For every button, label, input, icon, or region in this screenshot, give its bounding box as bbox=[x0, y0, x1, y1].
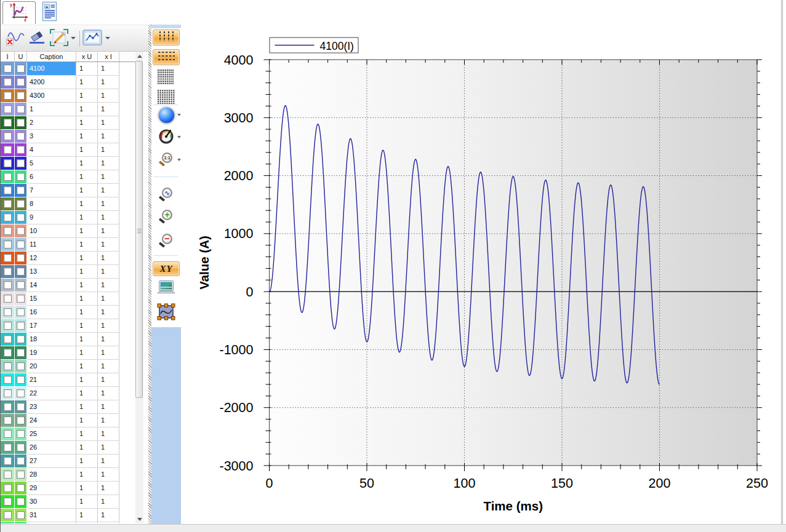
zoom-fit-curve-button[interactable]: ∿ bbox=[153, 186, 180, 204]
signal-xu-value[interactable]: 1 bbox=[76, 62, 98, 76]
signal-u-checkbox[interactable] bbox=[17, 511, 25, 519]
signal-color-cell-i[interactable] bbox=[1, 197, 14, 210]
scroll-down-button[interactable] bbox=[135, 515, 143, 523]
signal-caption[interactable]: 8 bbox=[27, 197, 76, 211]
signal-xi-value[interactable]: 1 bbox=[98, 62, 119, 76]
signal-xu-value[interactable]: 1 bbox=[76, 184, 98, 197]
signal-color-cell-i[interactable] bbox=[1, 373, 14, 386]
table-row[interactable]: 1111 bbox=[1, 238, 124, 252]
table-row[interactable]: 111 bbox=[1, 103, 124, 116]
table-row[interactable]: 3111 bbox=[1, 509, 124, 522]
edit-curve-dropdown-arrow[interactable] bbox=[71, 37, 76, 39]
signal-caption[interactable]: 29 bbox=[27, 482, 76, 495]
signal-xi-value[interactable]: 1 bbox=[98, 522, 119, 523]
signal-u-checkbox[interactable] bbox=[17, 119, 25, 127]
vertical-grid-toggle[interactable] bbox=[153, 30, 180, 46]
signal-color-cell-i[interactable] bbox=[1, 157, 14, 170]
signal-i-checkbox[interactable] bbox=[4, 281, 12, 289]
signal-color-cell-i[interactable] bbox=[1, 387, 14, 400]
signal-color-cell-i[interactable] bbox=[1, 238, 14, 251]
signal-color-cell-i[interactable] bbox=[1, 292, 14, 305]
chart-style-button[interactable] bbox=[82, 30, 102, 48]
signal-xu-value[interactable]: 1 bbox=[76, 509, 98, 522]
signal-caption[interactable]: 20 bbox=[27, 360, 76, 373]
chart-legend[interactable]: 4100(I) bbox=[270, 38, 358, 53]
signal-i-checkbox[interactable] bbox=[4, 240, 12, 248]
signal-xi-value[interactable]: 1 bbox=[98, 427, 119, 441]
signal-u-checkbox[interactable] bbox=[17, 281, 25, 289]
signal-xi-value[interactable]: 1 bbox=[98, 346, 119, 360]
signal-color-cell-i[interactable] bbox=[1, 482, 14, 494]
signal-color-cell-i[interactable] bbox=[1, 116, 14, 129]
signal-u-checkbox[interactable] bbox=[17, 295, 25, 303]
signal-u-checkbox[interactable] bbox=[17, 92, 25, 100]
table-row[interactable]: 420011 bbox=[1, 76, 124, 89]
signal-xi-value[interactable]: 1 bbox=[98, 414, 119, 427]
signal-xu-value[interactable]: 1 bbox=[76, 116, 98, 130]
table-row[interactable]: 611 bbox=[1, 170, 124, 184]
signal-u-checkbox[interactable] bbox=[17, 78, 25, 86]
signal-xi-value[interactable]: 1 bbox=[98, 157, 119, 170]
signal-i-checkbox[interactable] bbox=[4, 159, 12, 167]
signal-u-checkbox[interactable] bbox=[17, 349, 25, 357]
signal-caption[interactable]: 2 bbox=[27, 116, 76, 130]
signal-color-cell-i[interactable] bbox=[1, 441, 14, 454]
signal-xu-value[interactable]: 1 bbox=[76, 76, 98, 89]
table-row[interactable]: 1511 bbox=[1, 292, 124, 306]
signal-xu-value[interactable]: 1 bbox=[76, 130, 98, 143]
signal-xu-value[interactable]: 1 bbox=[76, 238, 98, 252]
table-row[interactable]: 1611 bbox=[1, 306, 124, 319]
column-header-caption[interactable]: Caption bbox=[27, 52, 76, 62]
signal-caption[interactable]: 28 bbox=[27, 468, 76, 482]
erase-button[interactable] bbox=[27, 30, 47, 48]
signal-color-cell-u[interactable] bbox=[15, 482, 26, 494]
signal-xi-value[interactable]: 1 bbox=[98, 76, 119, 89]
signal-u-checkbox[interactable] bbox=[17, 254, 25, 262]
table-row[interactable]: 811 bbox=[1, 197, 124, 211]
table-vertical-scrollbar[interactable] bbox=[135, 52, 143, 523]
signal-color-cell-i[interactable] bbox=[1, 184, 14, 197]
signal-color-cell-i[interactable] bbox=[1, 224, 14, 237]
signal-i-checkbox[interactable] bbox=[4, 105, 12, 113]
signal-xu-value[interactable]: 1 bbox=[76, 455, 98, 468]
signal-color-cell-u[interactable] bbox=[15, 184, 26, 197]
signal-u-checkbox[interactable] bbox=[17, 416, 25, 424]
table-row[interactable]: 1711 bbox=[1, 319, 124, 333]
signal-color-cell-u[interactable] bbox=[15, 265, 26, 278]
signal-xi-value[interactable]: 1 bbox=[98, 184, 119, 197]
signal-xi-value[interactable]: 1 bbox=[98, 130, 119, 143]
signal-color-cell-u[interactable] bbox=[15, 360, 26, 373]
signal-caption[interactable]: 11 bbox=[27, 238, 76, 252]
signal-color-cell-i[interactable] bbox=[1, 265, 14, 278]
signal-color-cell-u[interactable] bbox=[15, 319, 26, 332]
signal-color-cell-u[interactable] bbox=[15, 441, 26, 454]
signal-xi-value[interactable]: 1 bbox=[98, 116, 119, 130]
signal-color-cell-i[interactable] bbox=[1, 509, 14, 522]
table-row[interactable]: 511 bbox=[1, 157, 124, 170]
signal-color-cell-i[interactable] bbox=[1, 103, 14, 116]
signal-i-checkbox[interactable] bbox=[4, 227, 12, 235]
signal-color-cell-i[interactable] bbox=[1, 455, 14, 467]
signal-i-checkbox[interactable] bbox=[4, 119, 12, 127]
signal-color-cell-i[interactable] bbox=[1, 76, 14, 89]
signal-color-cell-u[interactable] bbox=[15, 170, 26, 183]
signal-xi-value[interactable]: 1 bbox=[98, 224, 119, 238]
signal-color-cell-i[interactable] bbox=[1, 522, 14, 523]
signal-xu-value[interactable]: 1 bbox=[76, 414, 98, 427]
signal-i-checkbox[interactable] bbox=[4, 200, 12, 208]
signal-xu-value[interactable]: 1 bbox=[76, 495, 98, 509]
signal-color-cell-u[interactable] bbox=[15, 89, 26, 102]
signal-caption[interactable]: 6 bbox=[27, 170, 76, 184]
signal-i-checkbox[interactable] bbox=[4, 65, 12, 73]
table-row[interactable]: 2511 bbox=[1, 427, 124, 441]
signal-i-checkbox[interactable] bbox=[4, 457, 12, 465]
signal-color-cell-i[interactable] bbox=[1, 279, 14, 292]
signal-caption[interactable]: 16 bbox=[27, 306, 76, 319]
signal-u-checkbox[interactable] bbox=[17, 484, 25, 492]
curve-select-button[interactable] bbox=[153, 303, 180, 323]
signal-i-checkbox[interactable] bbox=[4, 511, 12, 519]
signal-xu-value[interactable]: 1 bbox=[76, 427, 98, 441]
signal-u-checkbox[interactable] bbox=[17, 105, 25, 113]
signal-xu-value[interactable]: 1 bbox=[76, 373, 98, 387]
signal-i-checkbox[interactable] bbox=[4, 254, 12, 262]
